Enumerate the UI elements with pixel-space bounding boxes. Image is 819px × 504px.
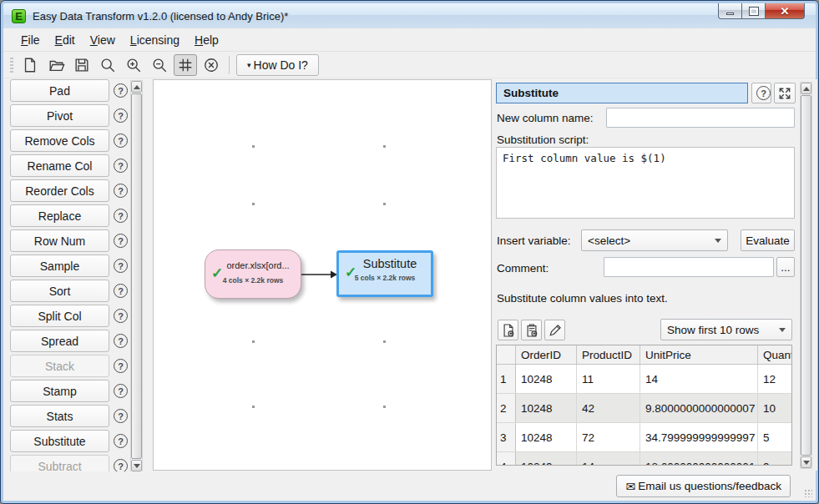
- panel-expand-button[interactable]: [774, 83, 796, 103]
- column-header-orderid[interactable]: OrderID: [516, 345, 577, 364]
- transform-button-split-col[interactable]: Split Col: [10, 305, 109, 327]
- table-row[interactable]: 4102491418.6000000000000019: [497, 452, 791, 466]
- scroll-down-icon[interactable]: [131, 460, 142, 471]
- table-row[interactable]: 110248111412: [497, 365, 791, 394]
- panel-scrollbar[interactable]: [800, 82, 812, 469]
- table-cell[interactable]: 34.799999999999997: [640, 423, 758, 451]
- table-cell[interactable]: 72: [577, 423, 640, 451]
- transform-button-sample[interactable]: Sample: [10, 255, 109, 277]
- column-header-quantity[interactable]: Quantity: [758, 345, 792, 364]
- preview-table[interactable]: OrderIDProductIDUnitPriceQuantity1102481…: [496, 345, 792, 466]
- close-button[interactable]: ✕: [766, 3, 805, 19]
- new-file-icon[interactable]: [18, 54, 42, 76]
- pencil-icon: [548, 323, 563, 338]
- column-header-unitprice[interactable]: UnitPrice: [640, 345, 758, 364]
- table-cell[interactable]: 14: [577, 452, 640, 466]
- table-cell[interactable]: 10248: [516, 365, 577, 393]
- transform-button-row-num[interactable]: Row Num: [10, 229, 109, 252]
- insert-variable-select[interactable]: <select>: [581, 229, 728, 251]
- help-icon[interactable]: ?: [114, 259, 128, 273]
- cancel-icon[interactable]: [200, 54, 223, 76]
- status-bar: ✉ Email us questions/feedback: [3, 471, 816, 501]
- scroll-down-icon[interactable]: [801, 456, 811, 468]
- menu-edit[interactable]: Edit: [48, 30, 83, 50]
- table-row[interactable]: 210248429.800000000000000710: [497, 394, 791, 423]
- help-icon[interactable]: ?: [114, 108, 128, 123]
- help-icon[interactable]: ?: [114, 209, 128, 223]
- transform-button-substitute[interactable]: Substitute: [10, 430, 109, 452]
- transform-button-sort[interactable]: Sort: [10, 280, 109, 302]
- table-cell[interactable]: 14: [640, 365, 758, 393]
- script-textarea[interactable]: First column value is $(1): [496, 147, 795, 219]
- transform-button-pivot[interactable]: Pivot: [10, 104, 109, 127]
- comment-more-button[interactable]: ...: [776, 257, 795, 277]
- help-icon[interactable]: ?: [114, 359, 128, 373]
- evaluate-button[interactable]: Evaluate: [741, 229, 795, 251]
- help-icon[interactable]: ?: [114, 334, 128, 348]
- transform-button-reorder-cols[interactable]: Reorder Cols: [10, 179, 109, 202]
- help-icon[interactable]: ?: [114, 184, 128, 198]
- app-logo-icon: E: [12, 9, 26, 23]
- transform-button-remove-cols[interactable]: Remove Cols: [10, 129, 109, 152]
- comment-input[interactable]: [604, 257, 774, 277]
- table-cell[interactable]: 5: [758, 423, 792, 451]
- maximize-button[interactable]: [742, 3, 766, 19]
- copy-to-clipboard-button[interactable]: [521, 320, 542, 340]
- table-row[interactable]: 3102487234.7999999999999975: [497, 423, 791, 452]
- table-cell[interactable]: 10249: [516, 452, 577, 466]
- scroll-up-icon[interactable]: [801, 83, 811, 94]
- flow-canvas[interactable]: ✓ order.xlsx[ord... 4 cols × 2.2k rows ✓…: [153, 79, 492, 471]
- help-icon[interactable]: ?: [114, 159, 128, 173]
- toolbar-grip[interactable]: [10, 58, 13, 73]
- zoom-out-icon[interactable]: [148, 54, 171, 76]
- table-cell[interactable]: 18.600000000000001: [640, 452, 758, 466]
- table-cell[interactable]: 12: [758, 365, 792, 393]
- transform-button-rename-col[interactable]: Rename Col: [10, 154, 109, 177]
- title-bar[interactable]: E Easy Data Transform v1.2.0 (licensed t…: [3, 3, 816, 28]
- panel-help-button[interactable]: ?: [751, 83, 771, 103]
- help-icon[interactable]: ?: [114, 284, 128, 298]
- node-input-file[interactable]: ✓ order.xlsx[ord... 4 cols × 2.2k rows: [205, 249, 301, 299]
- save-icon[interactable]: [70, 54, 94, 76]
- how-do-i-button[interactable]: ▾ How Do I?: [236, 54, 319, 76]
- transform-button-pad[interactable]: Pad: [10, 79, 109, 102]
- help-icon[interactable]: ?: [114, 309, 128, 323]
- sidebar-scrollbar[interactable]: [130, 80, 143, 472]
- search-icon[interactable]: [96, 54, 119, 76]
- toggle-grid-icon[interactable]: [174, 54, 197, 76]
- scroll-up-icon[interactable]: [131, 81, 142, 93]
- transform-button-replace[interactable]: Replace: [10, 204, 109, 227]
- resize-grip[interactable]: [804, 489, 812, 497]
- email-feedback-button[interactable]: ✉ Email us questions/feedback: [616, 475, 791, 497]
- menu-licensing[interactable]: Licensing: [123, 30, 187, 50]
- transform-button-stats[interactable]: Stats: [10, 405, 109, 427]
- menu-file[interactable]: File: [13, 30, 48, 50]
- help-icon[interactable]: ?: [114, 409, 128, 423]
- table-cell[interactable]: 10248: [516, 423, 577, 451]
- transform-button-stamp[interactable]: Stamp: [10, 380, 109, 402]
- help-icon[interactable]: ?: [114, 134, 128, 148]
- export-file-button[interactable]: [498, 320, 518, 340]
- minimize-button[interactable]: [718, 3, 742, 19]
- help-icon[interactable]: ?: [114, 83, 128, 98]
- row-number-header: [497, 345, 516, 364]
- table-cell[interactable]: 11: [577, 365, 640, 393]
- rows-shown-select[interactable]: Show first 10 rows: [660, 319, 792, 340]
- new-column-input[interactable]: [606, 108, 795, 128]
- table-cell[interactable]: 10: [758, 394, 792, 422]
- table-cell[interactable]: 42: [577, 394, 640, 422]
- edit-values-button[interactable]: [544, 320, 565, 340]
- zoom-in-icon[interactable]: [122, 54, 145, 76]
- table-cell[interactable]: 9: [758, 452, 792, 466]
- help-icon[interactable]: ?: [114, 234, 128, 248]
- help-icon[interactable]: ?: [114, 434, 128, 448]
- table-cell[interactable]: 10248: [516, 394, 577, 422]
- help-icon[interactable]: ?: [114, 384, 128, 398]
- column-header-productid[interactable]: ProductID: [577, 345, 640, 364]
- node-substitute[interactable]: ✓ Substitute 5 cols × 2.2k rows: [336, 250, 433, 297]
- table-cell[interactable]: 9.8000000000000007: [640, 394, 758, 422]
- transform-button-spread[interactable]: Spread: [10, 330, 109, 352]
- menu-help[interactable]: Help: [187, 30, 226, 50]
- open-file-icon[interactable]: [44, 54, 68, 76]
- menu-view[interactable]: View: [83, 30, 123, 50]
